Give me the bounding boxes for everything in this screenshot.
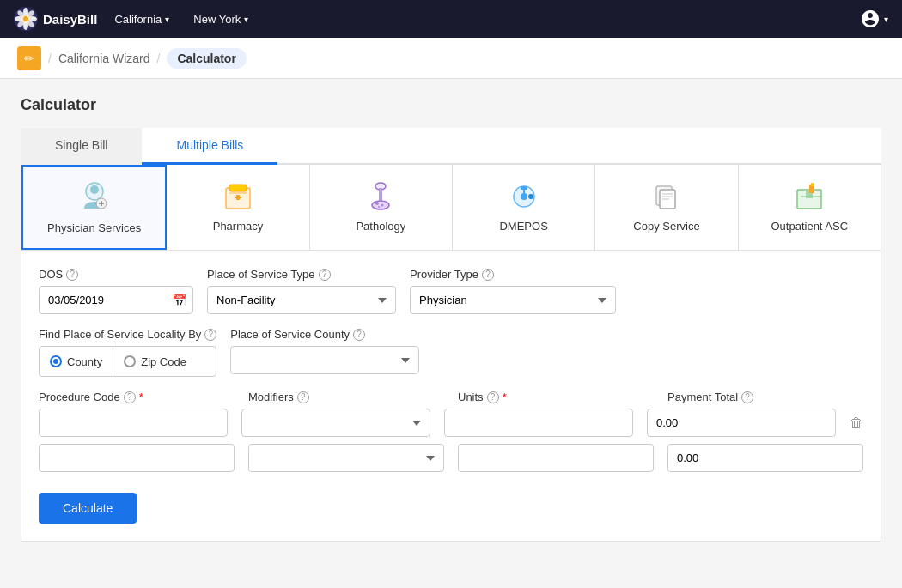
daisy-icon bbox=[14, 7, 38, 31]
locality-help-icon[interactable]: ? bbox=[204, 329, 216, 341]
modifiers-help-icon[interactable]: ? bbox=[297, 391, 309, 403]
service-card-copy[interactable]: Copy Service bbox=[595, 165, 738, 250]
brand-name: DaisyBill bbox=[43, 12, 97, 27]
procedure-row-2 bbox=[39, 444, 863, 472]
procedure-help-icon[interactable]: ? bbox=[124, 391, 136, 403]
place-of-service-label: Place of Service Type ? bbox=[207, 268, 396, 281]
form-row-2: Find Place of Service Locality By ? Coun… bbox=[39, 328, 863, 377]
state1-chevron-icon: ▾ bbox=[165, 15, 169, 24]
units-input-1[interactable] bbox=[444, 409, 633, 437]
dos-help-icon[interactable]: ? bbox=[66, 269, 78, 281]
modifiers-select-1[interactable] bbox=[241, 409, 430, 437]
county-select[interactable] bbox=[230, 346, 419, 374]
dos-group: DOS ? 📅 bbox=[39, 268, 193, 314]
breadcrumb-icon: ✏ bbox=[17, 46, 41, 70]
place-help-icon[interactable]: ? bbox=[319, 269, 331, 281]
procedure-code-input-1[interactable] bbox=[39, 409, 228, 437]
breadcrumb-separator: / bbox=[48, 52, 52, 65]
payment-total-label: Payment Total ? bbox=[667, 391, 863, 403]
county-group: Place of Service County ? bbox=[230, 328, 419, 374]
brand-logo: DaisyBill bbox=[14, 7, 97, 31]
service-card-pathology[interactable]: Pathology bbox=[310, 165, 453, 250]
pharmacy-card-label: Pharmacy bbox=[213, 220, 264, 233]
procedure-row-1: 🗑 bbox=[39, 409, 863, 437]
county-option-label: County bbox=[67, 355, 102, 368]
svg-point-21 bbox=[381, 204, 384, 207]
locality-zip-option[interactable]: Zip Code bbox=[113, 355, 197, 368]
calculate-button[interactable]: Calculate bbox=[39, 493, 137, 524]
form-row-headers: Procedure Code ? * Modifiers ? Units ? * bbox=[39, 391, 863, 403]
payment-help-icon[interactable]: ? bbox=[741, 391, 753, 403]
pathology-card-label: Pathology bbox=[356, 220, 405, 233]
breadcrumb-separator2: / bbox=[156, 52, 160, 65]
county-help-icon[interactable]: ? bbox=[353, 329, 365, 341]
pathology-icon bbox=[360, 179, 401, 213]
procedure-code-label: Procedure Code ? * bbox=[39, 391, 235, 403]
place-of-service-select[interactable]: Non-Facility Facility bbox=[207, 286, 396, 314]
svg-point-11 bbox=[90, 185, 99, 194]
state2-dropdown[interactable]: New York ▾ bbox=[186, 9, 255, 29]
modifiers-label: Modifiers ? bbox=[248, 391, 444, 403]
provider-type-label: Provider Type ? bbox=[410, 268, 616, 281]
outpatient-icon bbox=[789, 179, 830, 213]
account-menu[interactable]: ▾ bbox=[860, 9, 888, 29]
zip-option-label: Zip Code bbox=[141, 355, 186, 368]
modifiers-header-group: Modifiers ? bbox=[248, 391, 444, 403]
outpatient-card-label: Outpatient ASC bbox=[771, 220, 848, 233]
breadcrumb: ✏ / California Wizard / Calculator bbox=[0, 38, 902, 79]
account-chevron-icon: ▾ bbox=[884, 15, 888, 24]
payment-total-input-1 bbox=[647, 409, 836, 437]
procedure-code-header-group: Procedure Code ? * bbox=[39, 391, 235, 403]
breadcrumb-california-wizard[interactable]: California Wizard bbox=[58, 52, 150, 65]
modifiers-select-2[interactable] bbox=[248, 444, 444, 472]
provider-type-group: Provider Type ? Physician Non-Physician … bbox=[410, 268, 616, 314]
locality-radio-group: County Zip Code bbox=[39, 346, 216, 377]
state1-dropdown[interactable]: California ▾ bbox=[107, 9, 176, 29]
service-card-outpatient[interactable]: Outpatient ASC bbox=[739, 165, 881, 250]
calendar-icon[interactable]: 📅 bbox=[172, 294, 186, 307]
dmepos-card-label: DMEPOS bbox=[499, 220, 547, 233]
svg-point-20 bbox=[375, 202, 379, 205]
svg-rect-16 bbox=[236, 195, 240, 200]
dmepos-icon bbox=[503, 179, 545, 213]
svg-point-26 bbox=[528, 194, 533, 199]
payment-total-header-group: Payment Total ? bbox=[667, 391, 863, 403]
locality-label: Find Place of Service Locality By ? bbox=[39, 328, 216, 341]
svg-point-22 bbox=[378, 206, 380, 208]
tab-multiple-bills[interactable]: Multiple Bills bbox=[142, 128, 277, 165]
dos-input[interactable] bbox=[39, 286, 193, 314]
svg-rect-36 bbox=[811, 183, 814, 186]
delete-row-1-button[interactable]: 🗑 bbox=[850, 415, 863, 431]
state2-chevron-icon: ▾ bbox=[244, 15, 248, 24]
breadcrumb-calculator[interactable]: Calculator bbox=[167, 48, 246, 69]
county-radio[interactable] bbox=[50, 355, 62, 367]
service-card-physician[interactable]: Physician Services bbox=[21, 165, 167, 250]
physician-card-label: Physician Services bbox=[47, 221, 141, 234]
account-circle-icon bbox=[860, 9, 881, 29]
dos-input-wrapper: 📅 bbox=[39, 286, 193, 314]
procedure-code-input-2[interactable] bbox=[39, 444, 235, 472]
provider-type-select[interactable]: Physician Non-Physician Practitioner Phy… bbox=[410, 286, 616, 314]
service-card-dmepos[interactable]: DMEPOS bbox=[453, 165, 595, 250]
payment-total-input-2 bbox=[667, 444, 863, 472]
svg-rect-14 bbox=[229, 185, 247, 191]
units-header-group: Units ? * bbox=[458, 391, 654, 403]
units-label: Units ? * bbox=[458, 391, 654, 403]
state2-label: New York bbox=[193, 13, 241, 26]
tab-single-bill[interactable]: Single Bill bbox=[21, 128, 142, 165]
service-type-cards: Physician Services Pharmacy bbox=[21, 165, 881, 251]
units-input-2[interactable] bbox=[458, 444, 654, 472]
place-of-service-group: Place of Service Type ? Non-Facility Fac… bbox=[207, 268, 396, 314]
service-card-pharmacy[interactable]: Pharmacy bbox=[167, 165, 309, 250]
svg-rect-25 bbox=[521, 186, 527, 190]
svg-point-19 bbox=[372, 201, 389, 209]
units-help-icon[interactable]: ? bbox=[487, 391, 499, 403]
svg-point-24 bbox=[521, 193, 527, 200]
locality-county-option[interactable]: County bbox=[40, 355, 113, 368]
state1-label: California bbox=[114, 13, 162, 26]
locality-group: Find Place of Service Locality By ? Coun… bbox=[39, 328, 216, 377]
zip-radio[interactable] bbox=[124, 355, 136, 367]
provider-help-icon[interactable]: ? bbox=[482, 269, 494, 281]
units-required: * bbox=[503, 391, 507, 403]
dos-label: DOS ? bbox=[39, 268, 193, 281]
